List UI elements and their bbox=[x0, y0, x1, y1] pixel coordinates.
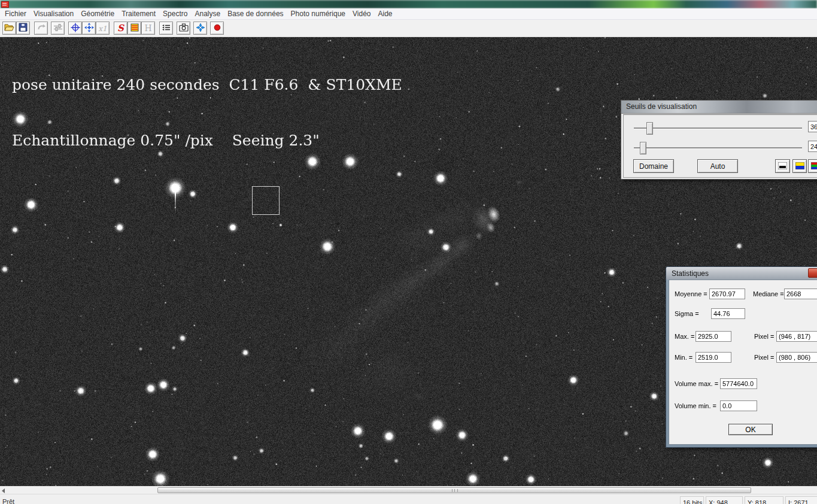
x1-icon: x1 bbox=[98, 23, 107, 33]
compass-button[interactable] bbox=[193, 22, 207, 35]
high-threshold-value-field[interactable]: 36 bbox=[808, 121, 817, 132]
moyenne-label: Moyenne = bbox=[675, 289, 707, 299]
max-field: 2925.0 bbox=[695, 331, 731, 342]
undo-button bbox=[34, 22, 48, 35]
low-threshold-slider-track[interactable] bbox=[634, 147, 802, 148]
annotation-line1: pose unitaire 240 secondes C11 F6.6 & ST… bbox=[12, 75, 402, 94]
ok-button[interactable]: OK bbox=[728, 424, 773, 435]
yellow-blue-palette-icon bbox=[795, 161, 804, 172]
low-threshold-value-field[interactable]: 24 bbox=[808, 141, 817, 152]
open-file-button[interactable] bbox=[2, 22, 16, 35]
annotation-line2: Echantillonnage 0.75" /pix Seeing 2.3" bbox=[12, 131, 402, 150]
thresholds-dialog-title: Seuils de visualisation bbox=[626, 102, 697, 111]
rgb-palette-icon bbox=[811, 161, 817, 172]
low-threshold-slider-thumb[interactable] bbox=[640, 142, 646, 154]
min-label: Min. = bbox=[675, 352, 693, 363]
centering-button[interactable] bbox=[68, 22, 82, 35]
snapshot-button[interactable] bbox=[177, 22, 190, 35]
close-button[interactable] bbox=[808, 268, 817, 278]
cursor-y-pane: Y: 818 bbox=[745, 496, 783, 504]
volume-min-label: Volume min. = bbox=[675, 400, 716, 411]
max-label: Max. = bbox=[675, 331, 694, 342]
app-icon bbox=[1, 1, 9, 8]
save-icon bbox=[19, 23, 28, 34]
menu-item-aide[interactable]: Aide bbox=[374, 10, 396, 18]
toolbar: x1SH bbox=[0, 20, 817, 37]
menu-item-traitement[interactable]: Traitement bbox=[118, 10, 159, 18]
menu-bar: FichierVisualisationGéométrieTraitementS… bbox=[0, 8, 817, 20]
status-ready-text: Prêt bbox=[2, 498, 14, 504]
record-button[interactable] bbox=[210, 22, 224, 35]
palette-button[interactable] bbox=[127, 22, 141, 35]
yellow-blue-palette-button[interactable] bbox=[792, 159, 807, 173]
menu-item-geometrie[interactable]: Géométrie bbox=[77, 10, 118, 18]
horizontal-scrollbar[interactable] bbox=[0, 486, 817, 494]
sigma-label: Sigma = bbox=[675, 308, 699, 319]
thresholds-dialog-body: 36 24 Domaine Auto bbox=[623, 114, 817, 178]
sigma-field: 44.76 bbox=[711, 308, 745, 319]
volume-min-field: 0.0 bbox=[720, 400, 757, 411]
sliders-icon bbox=[53, 23, 63, 34]
mediane-field: 2668 bbox=[784, 289, 817, 299]
h-icon: H bbox=[144, 23, 151, 33]
list-icon bbox=[162, 23, 171, 34]
menu-item-fichier[interactable]: Fichier bbox=[1, 10, 30, 18]
min-pixel-field: (980 , 806) bbox=[776, 352, 817, 363]
high-threshold-slider-track[interactable] bbox=[634, 127, 802, 129]
min-pixel-label: Pixel = bbox=[754, 352, 774, 363]
volume-max-field: 5774640.0 bbox=[720, 378, 757, 389]
moyenne-field: 2670.97 bbox=[709, 289, 745, 299]
menu-item-base-de-donnees[interactable]: Base de données bbox=[224, 10, 287, 18]
domaine-button[interactable]: Domaine bbox=[633, 159, 674, 173]
pan-button[interactable] bbox=[82, 22, 96, 35]
thresholds-dialog-titlebar[interactable]: Seuils de visualisation bbox=[621, 101, 817, 114]
stripes-icon bbox=[130, 23, 139, 34]
max-pixel-label: Pixel = bbox=[754, 331, 774, 342]
zoom-x1-button: x1 bbox=[96, 22, 110, 35]
min-field: 2519.0 bbox=[695, 352, 731, 363]
histogram-button: H bbox=[141, 22, 155, 35]
selection-box bbox=[252, 186, 280, 215]
crosshair-icon bbox=[71, 23, 80, 34]
thresholds-dialog: Seuils de visualisation 36 24 Domaine Au… bbox=[621, 100, 817, 180]
negative-button[interactable]: S bbox=[114, 22, 127, 35]
command-list-button[interactable] bbox=[159, 22, 173, 35]
blue-cross-icon bbox=[196, 23, 205, 34]
save-button[interactable] bbox=[16, 22, 30, 35]
scroll-left-arrow-icon[interactable] bbox=[2, 488, 5, 493]
red-dot-icon bbox=[214, 23, 221, 33]
volume-max-label: Volume max. = bbox=[675, 378, 718, 389]
statistics-dialog-title: Statistiques bbox=[672, 269, 709, 278]
intensity-pane: I: 2671 bbox=[785, 496, 817, 504]
camera-icon bbox=[179, 23, 189, 34]
undo-icon bbox=[37, 23, 46, 34]
menu-item-photo-numerique[interactable]: Photo numérique bbox=[287, 10, 349, 18]
image-annotation: pose unitaire 240 secondes C11 F6.6 & ST… bbox=[12, 38, 402, 187]
statistics-dialog: Statistiques Moyenne = 2670.97 Mediane =… bbox=[666, 266, 817, 448]
open-folder-icon bbox=[4, 23, 14, 34]
s-rotate-icon: S bbox=[117, 23, 124, 34]
menu-item-spectro[interactable]: Spectro bbox=[159, 10, 191, 18]
auto-button[interactable]: Auto bbox=[697, 159, 738, 173]
window-title-strip bbox=[0, 0, 817, 8]
menu-item-video[interactable]: Vidéo bbox=[349, 10, 374, 18]
scrollbar-grip-icon bbox=[452, 489, 458, 492]
black-white-palette-icon bbox=[778, 161, 787, 172]
scrollbar-thumb[interactable] bbox=[157, 487, 751, 493]
black-white-palette-button[interactable] bbox=[775, 159, 790, 173]
status-bar: Prêt 16 bitsX: 948Y: 818I: 2671 bbox=[0, 494, 817, 504]
rgb-palette-button[interactable] bbox=[808, 159, 817, 173]
display-adjust-button bbox=[51, 22, 65, 35]
bit-depth-pane: 16 bits bbox=[680, 496, 704, 504]
cursor-x-pane: X: 948 bbox=[706, 496, 743, 504]
mediane-label: Mediane = bbox=[753, 289, 784, 299]
menu-item-visualisation[interactable]: Visualisation bbox=[30, 10, 77, 18]
app-window: FichierVisualisationGéométrieTraitementS… bbox=[0, 0, 817, 504]
max-pixel-field: (946 , 817) bbox=[776, 331, 817, 342]
pan-arrows-icon bbox=[84, 23, 94, 34]
high-threshold-slider-thumb[interactable] bbox=[646, 122, 653, 135]
menu-item-analyse[interactable]: Analyse bbox=[191, 10, 224, 18]
